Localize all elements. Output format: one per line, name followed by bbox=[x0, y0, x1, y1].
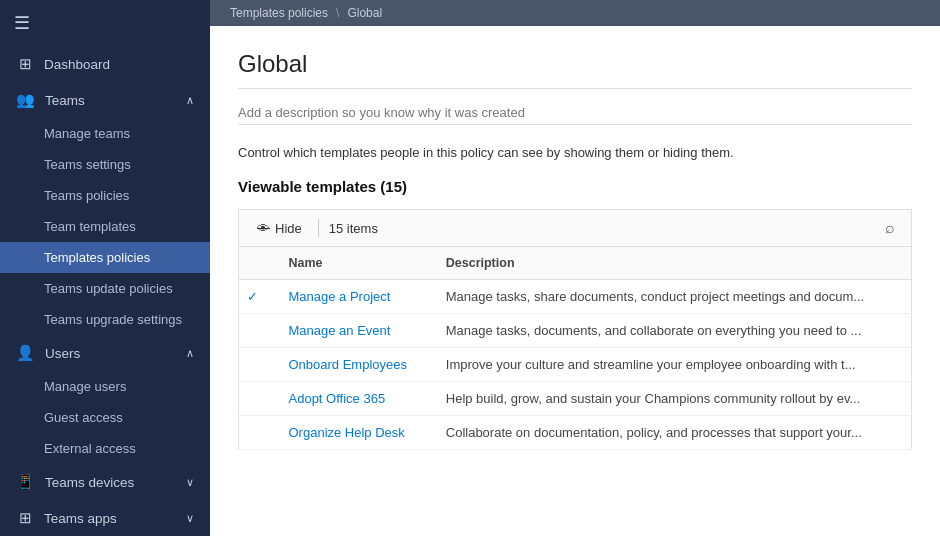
table-row: Manage an EventManage tasks, documents, … bbox=[239, 314, 912, 348]
table-row: Onboard EmployeesImprove your culture an… bbox=[239, 348, 912, 382]
sub-item-label: Teams settings bbox=[44, 157, 131, 172]
table-row: Adopt Office 365Help build, grow, and su… bbox=[239, 382, 912, 416]
content-area: Global Control which templates people in… bbox=[210, 26, 940, 536]
col-check bbox=[239, 247, 275, 280]
sidebar-item-label: Teams bbox=[45, 93, 176, 108]
item-count: 15 items bbox=[329, 221, 378, 236]
sub-item-label: Manage users bbox=[44, 379, 126, 394]
table-row: Organize Help DeskCollaborate on documen… bbox=[239, 416, 912, 450]
row-name[interactable]: Manage an Event bbox=[275, 314, 432, 348]
dashboard-icon: ⊞ bbox=[16, 55, 34, 73]
template-link[interactable]: Manage an Event bbox=[289, 323, 391, 338]
breadcrumb-separator: \ bbox=[336, 6, 339, 20]
chevron-up-icon: ∧ bbox=[186, 347, 194, 360]
template-link[interactable]: Onboard Employees bbox=[289, 357, 408, 372]
sub-item-label: Teams update policies bbox=[44, 281, 173, 296]
row-check: ✓ bbox=[239, 280, 275, 314]
sidebar-item-teams[interactable]: 👥 Teams ∧ bbox=[0, 82, 210, 118]
breadcrumb-current: Global bbox=[347, 6, 382, 20]
row-name[interactable]: Organize Help Desk bbox=[275, 416, 432, 450]
table-toolbar: 👁 Hide 15 items ⌕ bbox=[238, 209, 912, 246]
sidebar-item-teams-policies[interactable]: Teams policies bbox=[0, 180, 210, 211]
description-input[interactable] bbox=[238, 105, 912, 120]
row-description: Help build, grow, and sustain your Champ… bbox=[432, 382, 912, 416]
sidebar-item-teams-settings[interactable]: Teams settings bbox=[0, 149, 210, 180]
row-description: Manage tasks, documents, and collaborate… bbox=[432, 314, 912, 348]
templates-table: Name Description ✓Manage a ProjectManage… bbox=[238, 246, 912, 450]
description-divider bbox=[238, 124, 912, 125]
sub-item-label: Team templates bbox=[44, 219, 136, 234]
search-icon: ⌕ bbox=[885, 219, 895, 236]
row-check bbox=[239, 314, 275, 348]
sub-item-label: Teams upgrade settings bbox=[44, 312, 182, 327]
toolbar-divider bbox=[318, 219, 319, 237]
row-name[interactable]: Manage a Project bbox=[275, 280, 432, 314]
template-link[interactable]: Manage a Project bbox=[289, 289, 391, 304]
sidebar-item-dashboard[interactable]: ⊞ Dashboard bbox=[0, 46, 210, 82]
sidebar-item-teams-apps[interactable]: ⊞ Teams apps ∨ bbox=[0, 500, 210, 536]
chevron-up-icon: ∧ bbox=[186, 94, 194, 107]
section-title: Viewable templates (15) bbox=[238, 178, 912, 195]
sub-item-label: Manage teams bbox=[44, 126, 130, 141]
breadcrumb-parent[interactable]: Templates policies bbox=[230, 6, 328, 20]
sidebar-item-teams-devices[interactable]: 📱 Teams devices ∨ bbox=[0, 464, 210, 500]
col-description: Description bbox=[432, 247, 912, 280]
table-header-row: Name Description bbox=[239, 247, 912, 280]
sidebar-item-users[interactable]: 👤 Users ∧ bbox=[0, 335, 210, 371]
sidebar-item-external-access[interactable]: External access bbox=[0, 433, 210, 464]
sub-item-label: External access bbox=[44, 441, 136, 456]
table-row: ✓Manage a ProjectManage tasks, share doc… bbox=[239, 280, 912, 314]
sidebar-item-guest-access[interactable]: Guest access bbox=[0, 402, 210, 433]
chevron-down-icon: ∨ bbox=[186, 512, 194, 525]
hamburger-icon[interactable]: ☰ bbox=[0, 0, 210, 46]
sidebar-item-manage-teams[interactable]: Manage teams bbox=[0, 118, 210, 149]
template-link[interactable]: Adopt Office 365 bbox=[289, 391, 386, 406]
sidebar-item-team-templates[interactable]: Team templates bbox=[0, 211, 210, 242]
teams-apps-icon: ⊞ bbox=[16, 509, 34, 527]
row-description: Manage tasks, share documents, conduct p… bbox=[432, 280, 912, 314]
sidebar-item-teams-upgrade-settings[interactable]: Teams upgrade settings bbox=[0, 304, 210, 335]
title-divider bbox=[238, 88, 912, 89]
breadcrumb: Templates policies \ Global bbox=[210, 0, 940, 26]
search-button[interactable]: ⌕ bbox=[881, 217, 899, 239]
row-description: Collaborate on documentation, policy, an… bbox=[432, 416, 912, 450]
hide-label: Hide bbox=[275, 221, 302, 236]
hide-button[interactable]: 👁 Hide bbox=[251, 219, 308, 238]
teams-icon: 👥 bbox=[16, 91, 35, 109]
sidebar-item-templates-policies[interactable]: Templates policies bbox=[0, 242, 210, 273]
sidebar: ☰ ⊞ Dashboard 👥 Teams ∧ Manage teams Tea… bbox=[0, 0, 210, 536]
sidebar-item-label: Teams apps bbox=[44, 511, 176, 526]
eye-slash-icon: 👁 bbox=[257, 221, 270, 236]
row-check bbox=[239, 382, 275, 416]
row-check bbox=[239, 416, 275, 450]
chevron-down-icon: ∨ bbox=[186, 476, 194, 489]
template-link[interactable]: Organize Help Desk bbox=[289, 425, 405, 440]
sidebar-item-label: Dashboard bbox=[44, 57, 194, 72]
sub-item-label: Teams policies bbox=[44, 188, 129, 203]
row-name[interactable]: Adopt Office 365 bbox=[275, 382, 432, 416]
sidebar-item-label: Teams devices bbox=[45, 475, 176, 490]
checkmark-icon: ✓ bbox=[247, 289, 258, 304]
users-icon: 👤 bbox=[16, 344, 35, 362]
teams-devices-icon: 📱 bbox=[16, 473, 35, 491]
row-name[interactable]: Onboard Employees bbox=[275, 348, 432, 382]
row-check bbox=[239, 348, 275, 382]
main-content: Templates policies \ Global Global Contr… bbox=[210, 0, 940, 536]
page-title: Global bbox=[238, 50, 912, 78]
row-description: Improve your culture and streamline your… bbox=[432, 348, 912, 382]
sidebar-item-manage-users[interactable]: Manage users bbox=[0, 371, 210, 402]
col-name: Name bbox=[275, 247, 432, 280]
control-text: Control which templates people in this p… bbox=[238, 145, 912, 160]
sidebar-item-label: Users bbox=[45, 346, 176, 361]
sidebar-item-teams-update-policies[interactable]: Teams update policies bbox=[0, 273, 210, 304]
sub-item-label: Templates policies bbox=[44, 250, 150, 265]
sub-item-label: Guest access bbox=[44, 410, 123, 425]
